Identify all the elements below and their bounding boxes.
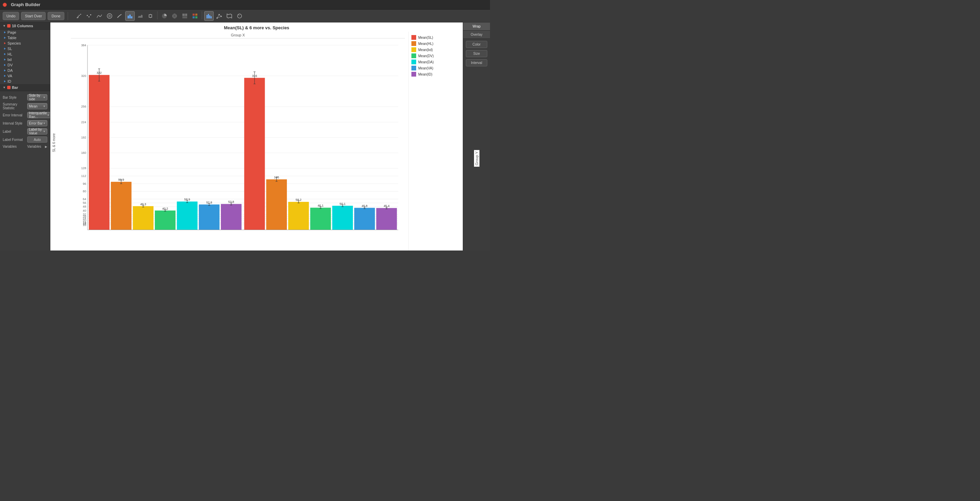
smoother-icon[interactable] [95, 11, 104, 21]
chart-inner: Group X 38432025622419216012811296806456… [57, 32, 408, 250]
svg-rect-21 [182, 16, 187, 18]
columns-icon [7, 24, 11, 27]
column-label: Species [8, 41, 21, 45]
svg-rect-101 [177, 202, 198, 230]
points-icon[interactable] [84, 11, 94, 21]
size-button[interactable]: Size [466, 50, 487, 57]
svg-rect-5 [87, 15, 88, 16]
column-item-id[interactable]: ID [0, 79, 50, 84]
bar-collapse-arrow: ▼ [3, 86, 6, 89]
setting-dropdown-errorinterval[interactable]: Interquartile Ran...▼ [27, 112, 50, 118]
area-icon[interactable] [135, 11, 145, 21]
svg-text:128: 128 [81, 167, 86, 170]
app-title: Graph Builder [11, 2, 40, 7]
legend-label: Mean(DV) [418, 54, 434, 58]
bar-icon[interactable] [125, 11, 135, 21]
legend-swatch [411, 47, 416, 52]
bar-settings: Bar StyleSide by side▼Summary StatisticM… [0, 91, 50, 151]
scatter-icon[interactable] [74, 11, 84, 21]
svg-rect-111 [221, 204, 242, 230]
svg-rect-10 [127, 16, 129, 18]
treemap-icon[interactable] [180, 11, 189, 21]
svg-text:192: 192 [81, 136, 86, 139]
line-icon[interactable] [115, 11, 124, 21]
done-button[interactable]: Done [48, 12, 64, 20]
svg-rect-91 [133, 206, 153, 230]
column-label: Table [8, 36, 16, 40]
setting-row-barstyle: Bar StyleSide by side▼ [0, 93, 50, 102]
svg-rect-121 [266, 180, 287, 230]
interval-button[interactable]: Interval [466, 59, 487, 66]
column-type-icon [4, 59, 6, 60]
legend-item: Mean(VA) [411, 66, 460, 70]
column-type-icon [4, 31, 6, 33]
setting-dropdown-label[interactable]: Label by Value▼ [27, 128, 47, 134]
setting-dropdown-barstyle[interactable]: Side by side▼ [27, 94, 47, 100]
heatmap-icon[interactable] [190, 11, 200, 21]
svg-text:256: 256 [81, 105, 86, 108]
column-item-table[interactable]: Table [0, 35, 50, 40]
setting-dropdown-summarystatistic[interactable]: Mean▼ [27, 103, 47, 109]
svg-rect-20 [185, 14, 187, 16]
title-bar: Graph Builder [0, 0, 490, 10]
svg-text:320: 320 [81, 74, 86, 78]
setting-dropdown-intervalstyle[interactable]: Error Bar▼ [27, 120, 47, 126]
svg-rect-11 [129, 14, 130, 18]
legend-item: Mean(DA) [411, 60, 460, 64]
svg-text:80: 80 [83, 189, 86, 193]
columns-header[interactable]: ▼ 10 Columns [0, 22, 50, 30]
legend: Mean(SL)Mean(HL)Mean(bd)Mean(DV)Mean(DA)… [408, 32, 463, 250]
chart-title: Mean(SL) & 6 more vs. Species [50, 22, 463, 32]
overlay-tab[interactable]: Overlay [463, 31, 490, 39]
contour-icon[interactable] [170, 11, 179, 21]
column-item-da[interactable]: DA [0, 68, 50, 73]
column-item-va[interactable]: VA [0, 73, 50, 79]
column-label: ID [8, 79, 11, 83]
svg-point-2 [79, 14, 80, 16]
column-item-species[interactable]: Species [0, 40, 50, 46]
variables-expand-arrow[interactable]: ▶ [45, 145, 47, 148]
column-type-icon [4, 70, 6, 72]
column-item-dv[interactable]: DV [0, 62, 50, 68]
setting-row-variables: VariablesVariables▶ [0, 144, 50, 150]
column-item-hl[interactable]: HL [0, 51, 50, 57]
close-button[interactable] [3, 3, 7, 7]
map-icon[interactable] [224, 11, 234, 21]
legend-label: Mean(ID) [418, 73, 433, 76]
legend-swatch [411, 41, 416, 46]
columns-collapse-arrow: ▼ [3, 24, 6, 27]
bar-section-header[interactable]: ▼ Bar [0, 84, 50, 91]
label-format-dropdown[interactable]: Auto [27, 137, 47, 143]
legend-item: Mean(HL) [411, 41, 460, 46]
box-icon[interactable] [146, 11, 155, 21]
column-item-page[interactable]: Page [0, 30, 50, 35]
legend-item: Mean(bd) [411, 47, 460, 52]
svg-rect-126 [288, 202, 309, 230]
setting-row-errorinterval: Error IntervalInterquartile Ran...▼ [0, 111, 50, 119]
setting-row-label: LabelLabel by Value▼ [0, 127, 50, 135]
legend-swatch [411, 35, 416, 40]
svg-rect-96 [155, 211, 176, 230]
svg-rect-27 [208, 14, 209, 18]
left-panel: ▼ 10 Columns PageTableSpeciesSLHLbdDVDAV… [0, 22, 50, 250]
legend-label: Mean(SL) [418, 36, 433, 40]
setting-row-summarystatistic: Summary StatisticMean▼ [0, 102, 50, 111]
wrap-tab[interactable]: Wrap [463, 22, 490, 31]
svg-text:160: 160 [81, 151, 86, 154]
column-item-sl[interactable]: SL [0, 46, 50, 51]
undo-button[interactable]: Undo [3, 12, 19, 20]
svg-text:96: 96 [83, 182, 86, 186]
color-button[interactable]: Color [466, 41, 487, 48]
svg-point-35 [221, 16, 222, 17]
svg-point-17 [172, 14, 177, 18]
bar-chart-active-icon[interactable] [204, 11, 214, 21]
svg-rect-106 [199, 205, 220, 230]
setting-label: Label [3, 130, 26, 134]
density-icon[interactable] [105, 11, 115, 21]
chart-container: Mean(SL) & 6 more vs. Species SL & 6 mor… [50, 22, 463, 250]
pie-icon[interactable] [159, 11, 169, 21]
start-over-button[interactable]: Start Over [21, 12, 46, 20]
column-item-bd[interactable]: bd [0, 57, 50, 62]
bubble-icon[interactable] [235, 11, 244, 21]
network-icon[interactable] [215, 11, 224, 21]
